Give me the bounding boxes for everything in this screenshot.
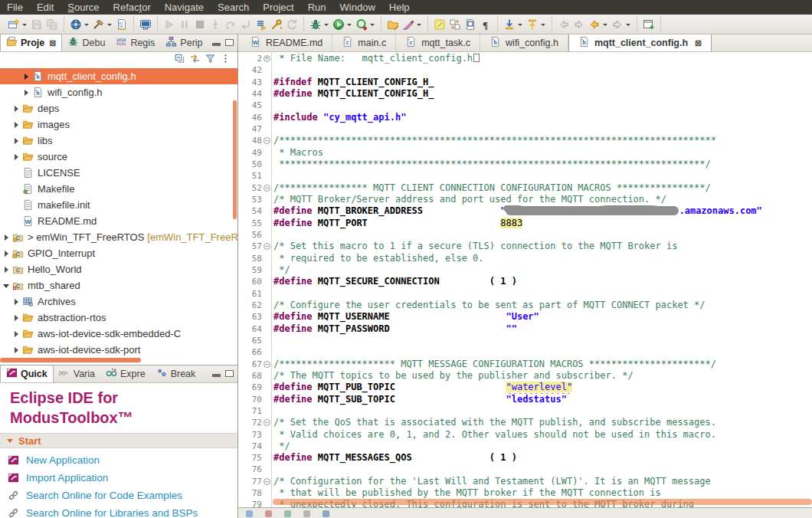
expand-arrow-icon[interactable] [15, 154, 18, 160]
stop-button[interactable] [194, 18, 206, 31]
collapse-arrow-icon[interactable] [3, 284, 9, 288]
explorer-tab-regis[interactable]: 10100101Regis [110, 34, 160, 51]
expand-arrow-icon[interactable] [5, 234, 8, 241]
step-return-button[interactable] [240, 18, 252, 31]
new-wizard-button[interactable] [8, 18, 28, 31]
back-disabled-button[interactable] [558, 18, 570, 31]
dropdown-arrow-icon[interactable] [417, 24, 421, 26]
tree-item-libs[interactable]: libs [0, 133, 237, 149]
expand-arrow-icon[interactable] [15, 347, 18, 353]
coverage-button[interactable] [355, 18, 375, 31]
next-annotation-button[interactable] [503, 18, 523, 31]
terminal-icon[interactable] [284, 510, 291, 517]
run-button[interactable] [332, 18, 352, 31]
tree-vertical-scrollbar[interactable] [233, 100, 237, 219]
dropdown-arrow-icon[interactable] [518, 24, 522, 26]
dropdown-arrow-icon[interactable] [324, 24, 329, 26]
link-editor-button[interactable] [189, 53, 201, 67]
menu-project[interactable]: Project [256, 1, 300, 15]
tree-item--emwin-tft-freertos[interactable]: C> emWin_TFT_FreeRTOS[emWin_TFT_FreeRT [0, 229, 237, 245]
editor-tab-readme-md[interactable]: WREADME.md [241, 34, 332, 51]
tree-item-archives[interactable]: Archives [0, 293, 237, 310]
forward-disabled-button[interactable] [573, 18, 585, 31]
expand-arrow-icon[interactable] [5, 251, 8, 257]
close-icon[interactable]: ⊠ [49, 38, 56, 48]
dropdown-arrow-icon[interactable] [347, 24, 352, 26]
properties-icon[interactable] [303, 510, 310, 517]
fold-expand-icon[interactable]: + [264, 55, 270, 62]
menu-source[interactable]: Source [61, 1, 106, 15]
maximize-button[interactable] [225, 370, 234, 377]
menu-edit[interactable]: Edit [30, 1, 61, 15]
menu-file[interactable]: File [0, 1, 30, 15]
quick-tab-varia[interactable]: (x)=Varia [54, 366, 100, 382]
menu-run[interactable]: Run [301, 1, 333, 15]
search-icon[interactable] [323, 510, 329, 517]
editor-tab-main-c[interactable]: cmain.c [332, 34, 396, 51]
tree-item-mtb-shared[interactable]: Cmtb_shared [0, 277, 237, 293]
pilcrow-button[interactable]: ¶ [480, 18, 492, 31]
editor-tab-wifi-config-h[interactable]: hwifi_config.h [480, 34, 568, 51]
filter-button[interactable] [205, 53, 216, 67]
perspective-globe-button[interactable] [70, 18, 90, 31]
menu-refactor[interactable]: Refactor [106, 1, 158, 15]
tree-item-mqtt-client-config-h[interactable]: hmqtt_client_config.h [0, 68, 237, 84]
save-all-button[interactable] [46, 18, 58, 31]
fold-collapse-icon[interactable]: − [264, 478, 270, 485]
console-icon[interactable] [246, 510, 253, 517]
new-editor-window-button[interactable] [643, 18, 655, 31]
tree-item-images[interactable]: images [0, 116, 237, 133]
build-hammer-button[interactable] [93, 18, 113, 31]
dropdown-arrow-icon[interactable] [22, 24, 27, 26]
minimize-button[interactable] [212, 43, 221, 46]
open-folder-button[interactable] [387, 18, 399, 31]
code-editor[interactable]: 2+ * File Name: mqtt_client_config.h4243… [238, 52, 812, 518]
expand-arrow-icon[interactable] [15, 138, 18, 144]
minimize-button[interactable] [212, 374, 221, 377]
dropdown-arrow-icon[interactable] [541, 24, 545, 26]
forward-history-button[interactable] [611, 18, 631, 31]
menu-window[interactable]: Window [333, 1, 382, 15]
link-with-editor-button[interactable] [449, 18, 461, 31]
fold-collapse-icon[interactable]: − [264, 185, 270, 192]
explorer-tab-debu[interactable]: Debu [62, 34, 110, 51]
menu-navigate[interactable]: Navigate [158, 1, 211, 15]
dropdown-arrow-icon[interactable] [84, 24, 89, 26]
save-button[interactable] [31, 18, 43, 31]
pause-button[interactable] [178, 18, 191, 31]
quick-tab-break[interactable]: Break [151, 366, 201, 382]
expand-arrow-icon[interactable] [25, 74, 28, 80]
tree-item-gpio-interrupt[interactable]: CGPIO_Interrupt [0, 245, 237, 261]
step-into-button[interactable] [209, 18, 221, 31]
build-order-button[interactable] [270, 18, 283, 31]
resume-button[interactable] [163, 18, 175, 31]
quick-item-import-application[interactable]: Import Application [0, 469, 237, 487]
tree-item-hello-world[interactable]: CHello_World [0, 261, 237, 277]
binary-file-button[interactable]: 0110 [116, 18, 128, 31]
skip-breakpoints-button[interactable] [255, 18, 267, 31]
tree-item-abstraction-rtos[interactable]: abstraction-rtos [0, 310, 237, 326]
fold-collapse-icon[interactable]: − [264, 361, 270, 368]
tree-item-readme-md[interactable]: WREADME.md [0, 213, 237, 229]
fold-collapse-icon[interactable]: − [264, 243, 270, 250]
explorer-tab-proje[interactable]: Proje⊠ [0, 34, 62, 51]
back-history-button[interactable] [588, 18, 608, 31]
debug-button[interactable] [309, 18, 329, 31]
tree-item-source[interactable]: source [0, 149, 237, 165]
view-menu-button[interactable] [220, 53, 231, 67]
fold-collapse-icon[interactable]: − [264, 137, 270, 144]
tree-item-license[interactable]: LICENSE [0, 165, 237, 181]
expand-arrow-icon[interactable] [15, 331, 18, 337]
tree-item-deps[interactable]: deps [0, 100, 237, 116]
expand-arrow-icon[interactable] [25, 90, 28, 96]
prev-annotation-button[interactable] [526, 18, 546, 31]
quick-item-search-online-for-libraries-and-bsps[interactable]: Search Online for Libraries and BSPs [0, 504, 237, 518]
dropdown-arrow-icon[interactable] [626, 24, 630, 26]
step-over-button[interactable] [224, 18, 237, 31]
paint-brush-button[interactable] [402, 18, 422, 31]
dropdown-arrow-icon[interactable] [370, 24, 375, 26]
quick-item-search-online-for-code-examples[interactable]: Search Online for Code Examples [0, 487, 237, 504]
expand-arrow-icon[interactable] [15, 122, 18, 128]
tree-item-makefile[interactable]: Makefile [0, 181, 237, 197]
maximize-button[interactable] [225, 39, 234, 46]
